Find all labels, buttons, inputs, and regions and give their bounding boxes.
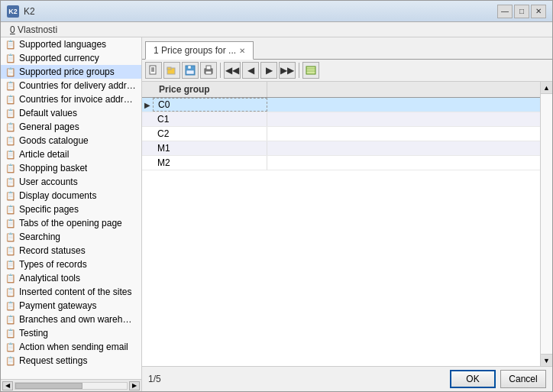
doc-icon: 📋 [5, 80, 16, 91]
sidebar-item-record-statuses[interactable]: 📋 Record statuses [1, 244, 141, 258]
cancel-button[interactable]: Cancel [500, 370, 546, 388]
sidebar-label-action-sending: Action when sending email [19, 342, 128, 352]
menu-bar: 0 Vlastnosti [1, 22, 552, 37]
print-button[interactable] [200, 62, 217, 79]
maximize-button[interactable]: □ [514, 5, 529, 18]
title-bar: K2 K2 — □ ✕ [1, 1, 552, 22]
scroll-left-button[interactable]: ◀ [2, 381, 13, 390]
doc-icon: 📋 [5, 163, 16, 173]
grid-row[interactable]: C2 [142, 127, 540, 141]
open-button[interactable] [163, 62, 180, 79]
sidebar-scrollbar: ◀ ▶ [1, 379, 141, 391]
price-group-cell: C0 [153, 98, 267, 112]
sidebar-item-supported-languages[interactable]: 📋 Supported languages [1, 37, 141, 51]
next-record-button[interactable]: ▶ [260, 62, 277, 79]
export-button[interactable] [302, 62, 319, 79]
doc-icon: 📋 [5, 66, 16, 77]
sidebar-label-request-settings: Request settings [19, 355, 87, 366]
save-button[interactable] [182, 62, 199, 79]
new-record-button[interactable] [145, 62, 162, 79]
doc-icon: 📋 [5, 94, 16, 105]
sidebar-item-user-accounts[interactable]: 📋 User accounts [1, 175, 141, 189]
tab-bar: 1 Price groups for ... ✕ [142, 37, 552, 60]
sidebar-label-goods-catalogue: Goods catalogue [19, 135, 89, 146]
doc-icon: 📋 [5, 355, 16, 366]
svg-rect-7 [188, 66, 191, 69]
sidebar-label-default-values: Default values [19, 108, 77, 118]
sidebar-item-supported-price-groups[interactable]: 📋 Supported price groups [1, 65, 141, 79]
sidebar-label-countries-delivery: Countries for delivery address [19, 80, 137, 91]
grid-area: Price group ▶ C0 C1 C2 [142, 82, 552, 366]
scroll-up-button[interactable]: ▲ [541, 82, 552, 94]
doc-icon: 📋 [5, 287, 16, 297]
sidebar-item-tabs-opening[interactable]: 📋 Tabs of the opening page [1, 216, 141, 230]
close-button[interactable]: ✕ [531, 5, 546, 18]
doc-icon: 📋 [5, 245, 16, 256]
toolbar: ◀◀ ◀ ▶ ▶▶ [142, 60, 552, 82]
sidebar-list: 📋 Supported languages 📋 Supported curren… [1, 37, 141, 379]
scroll-down-button[interactable]: ▼ [541, 354, 552, 366]
sidebar-item-request-settings[interactable]: 📋 Request settings [1, 354, 141, 368]
scroll-track[interactable] [15, 382, 128, 390]
price-group-cell: M1 [153, 141, 267, 155]
ok-button[interactable]: OK [450, 370, 496, 388]
first-record-button[interactable]: ◀◀ [224, 62, 241, 79]
sidebar-item-countries-invoice[interactable]: 📋 Countries for invoice addresses [1, 92, 141, 106]
prev-record-button[interactable]: ◀ [242, 62, 259, 79]
scroll-thumb [15, 383, 82, 389]
sidebar-item-countries-delivery[interactable]: 📋 Countries for delivery address [1, 79, 141, 92]
menu-item-vlastnosti[interactable]: 0 Vlastnosti [4, 23, 63, 37]
sidebar-item-branches[interactable]: 📋 Branches and own warehouses [1, 313, 141, 326]
sidebar-item-goods-catalogue[interactable]: 📋 Goods catalogue [1, 134, 141, 147]
grid-row[interactable]: M2 [142, 156, 540, 170]
sidebar-label-analytical-tools: Analytical tools [19, 273, 80, 283]
sidebar-item-searching[interactable]: 📋 Searching [1, 230, 141, 244]
grid-row[interactable]: M1 [142, 141, 540, 156]
doc-icon: 📋 [5, 342, 16, 352]
sidebar-label-article-detail: Article detail [19, 149, 69, 160]
bottom-bar: 1/5 OK Cancel [142, 366, 552, 391]
svg-rect-11 [205, 71, 212, 74]
sidebar-item-article-detail[interactable]: 📋 Article detail [1, 147, 141, 161]
sidebar-item-testing[interactable]: 📋 Testing [1, 326, 141, 340]
price-group-col-header: Price group [153, 82, 267, 97]
sidebar-item-analytical-tools[interactable]: 📋 Analytical tools [1, 271, 141, 285]
sidebar-item-action-sending[interactable]: 📋 Action when sending email [1, 340, 141, 354]
content-area: 📋 Supported languages 📋 Supported curren… [1, 37, 552, 391]
tab-close-button[interactable]: ✕ [239, 47, 245, 55]
sidebar-item-payment-gateways[interactable]: 📋 Payment gateways [1, 299, 141, 313]
doc-icon: 📋 [5, 218, 16, 228]
row-indicator [142, 141, 153, 155]
vertical-scrollbar[interactable]: ▲ ▼ [540, 82, 552, 366]
sidebar-item-specific-pages[interactable]: 📋 Specific pages [1, 202, 141, 216]
grid-row[interactable]: C1 [142, 112, 540, 127]
title-bar-left: K2 K2 [7, 5, 35, 18]
row-indicator [142, 127, 153, 141]
grid-body[interactable]: ▶ C0 C1 C2 M1 [142, 98, 552, 366]
sidebar-item-shopping-basket[interactable]: 📋 Shopping basket [1, 161, 141, 175]
sidebar-item-types-of-records[interactable]: 📋 Types of records [1, 258, 141, 271]
tab-price-groups[interactable]: 1 Price groups for ... ✕ [145, 41, 254, 60]
sidebar-item-display-documents[interactable]: 📋 Display documents [1, 189, 141, 202]
indicator-col [142, 82, 153, 97]
sidebar-label-supported-languages: Supported languages [19, 39, 106, 50]
sidebar-label-searching: Searching [19, 232, 60, 242]
doc-icon: 📋 [5, 273, 16, 283]
last-record-button[interactable]: ▶▶ [279, 62, 296, 79]
svg-rect-12 [306, 66, 315, 74]
svg-rect-10 [206, 66, 211, 70]
scroll-track-vertical[interactable] [541, 94, 552, 354]
grid-row[interactable]: ▶ C0 [142, 98, 540, 112]
row-indicator: ▶ [142, 98, 153, 112]
window-title: K2 [24, 6, 35, 17]
sidebar-item-general-pages[interactable]: 📋 General pages [1, 120, 141, 134]
sidebar-item-inserted-content[interactable]: 📋 Inserted content of the sites [1, 285, 141, 299]
sidebar-label-inserted-content: Inserted content of the sites [19, 287, 131, 297]
sidebar-item-default-values[interactable]: 📋 Default values [1, 106, 141, 120]
grid-header: Price group [142, 82, 552, 98]
doc-icon: 📋 [5, 232, 16, 242]
sidebar-label-record-statuses: Record statuses [19, 245, 86, 256]
scroll-right-button[interactable]: ▶ [129, 381, 140, 390]
sidebar-item-supported-currency[interactable]: 📋 Supported currency [1, 51, 141, 65]
minimize-button[interactable]: — [497, 5, 513, 18]
